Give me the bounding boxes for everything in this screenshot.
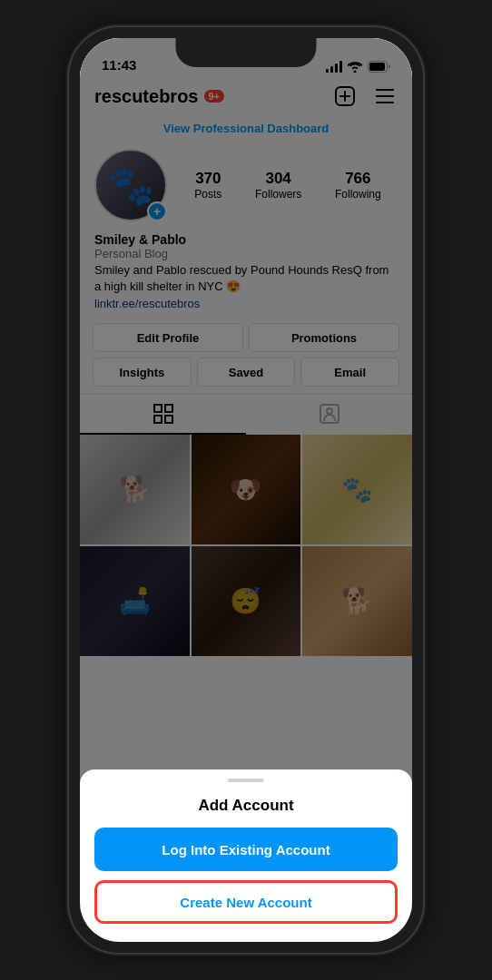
- add-account-sheet: Add Account Log Into Existing Account Cr…: [80, 769, 412, 942]
- app-content: rescutebros 9+: [80, 38, 412, 942]
- signal-icon: [326, 62, 342, 73]
- battery-icon: [368, 61, 390, 73]
- status-time: 11:43: [102, 57, 136, 73]
- log-into-existing-button[interactable]: Log Into Existing Account: [94, 828, 398, 871]
- status-icons: [326, 61, 390, 73]
- phone-notch: [176, 38, 317, 67]
- svg-rect-1: [369, 63, 385, 71]
- sheet-title: Add Account: [80, 782, 412, 828]
- wifi-icon: [348, 62, 362, 73]
- create-new-account-button[interactable]: Create New Account: [94, 880, 398, 924]
